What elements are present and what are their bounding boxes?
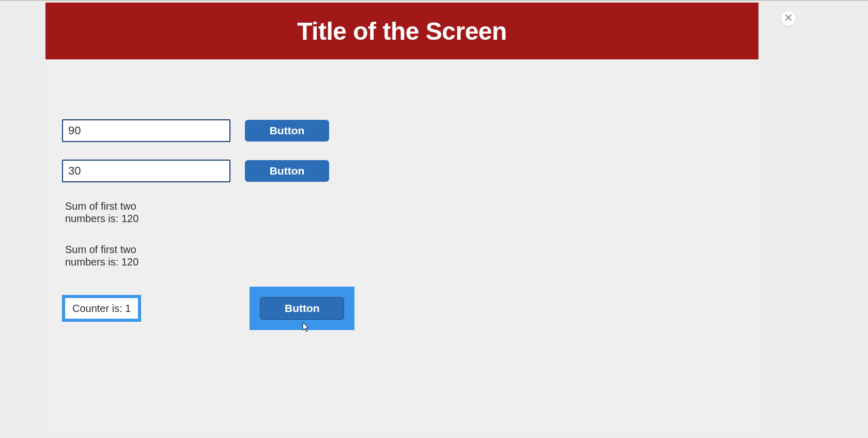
number-input-1[interactable]	[62, 119, 230, 142]
sum-result-1: Sum of first two numbers is: 120	[65, 200, 143, 225]
window-top-border	[0, 0, 868, 1]
input-row-1: Button	[62, 119, 742, 142]
highlighted-button-wrapper: Button	[250, 287, 354, 330]
results-block: Sum of first two numbers is: 120 Sum of …	[65, 200, 742, 268]
main-page: Title of the Screen Button Button Sum of…	[45, 3, 758, 436]
page-title: Title of the Screen	[297, 17, 507, 45]
counter-display: Counter is: 1	[62, 295, 141, 322]
sum-result-2: Sum of first two numbers is: 120	[65, 243, 143, 268]
button-2[interactable]: Button	[245, 160, 329, 182]
content-area: Button Button Sum of first two numbers i…	[45, 59, 758, 347]
number-input-2[interactable]	[62, 160, 230, 182]
close-button[interactable]	[781, 11, 796, 26]
header-bar: Title of the Screen	[45, 3, 758, 59]
counter-row: Counter is: 1 Button	[62, 287, 742, 330]
close-icon	[785, 14, 792, 23]
button-1[interactable]: Button	[245, 120, 329, 142]
input-row-2: Button	[62, 160, 742, 182]
button-3[interactable]: Button	[260, 297, 344, 320]
